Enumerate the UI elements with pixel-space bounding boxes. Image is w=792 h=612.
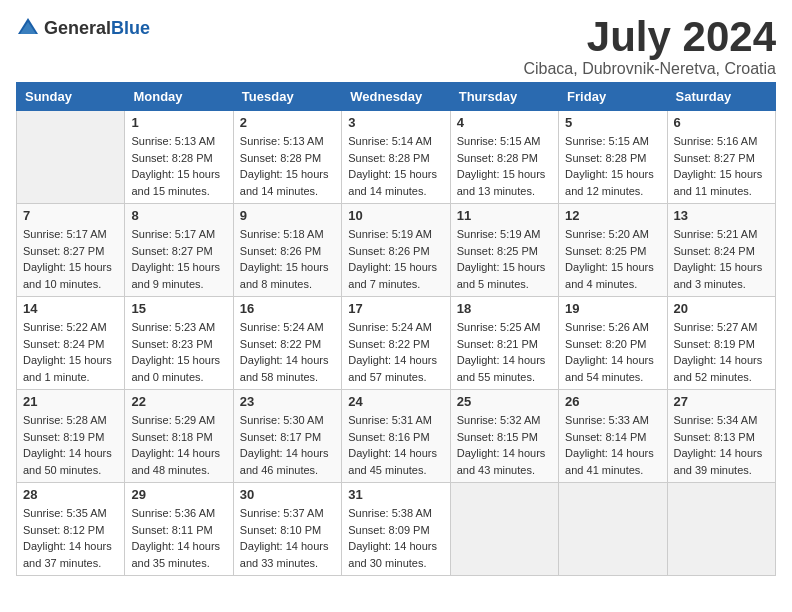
day-number: 4: [457, 115, 552, 130]
day-info: Sunrise: 5:13 AM Sunset: 8:28 PM Dayligh…: [240, 133, 335, 199]
header-cell-tuesday: Tuesday: [233, 83, 341, 111]
day-number: 5: [565, 115, 660, 130]
day-cell: 1Sunrise: 5:13 AM Sunset: 8:28 PM Daylig…: [125, 111, 233, 204]
logo-text-general: General: [44, 18, 111, 38]
day-cell: 8Sunrise: 5:17 AM Sunset: 8:27 PM Daylig…: [125, 204, 233, 297]
day-cell: [450, 483, 558, 576]
day-cell: 13Sunrise: 5:21 AM Sunset: 8:24 PM Dayli…: [667, 204, 775, 297]
day-cell: [17, 111, 125, 204]
day-info: Sunrise: 5:17 AM Sunset: 8:27 PM Dayligh…: [23, 226, 118, 292]
day-number: 11: [457, 208, 552, 223]
day-info: Sunrise: 5:15 AM Sunset: 8:28 PM Dayligh…: [565, 133, 660, 199]
logo-icon: [16, 16, 40, 40]
day-cell: 15Sunrise: 5:23 AM Sunset: 8:23 PM Dayli…: [125, 297, 233, 390]
day-info: Sunrise: 5:23 AM Sunset: 8:23 PM Dayligh…: [131, 319, 226, 385]
day-cell: 9Sunrise: 5:18 AM Sunset: 8:26 PM Daylig…: [233, 204, 341, 297]
day-cell: 22Sunrise: 5:29 AM Sunset: 8:18 PM Dayli…: [125, 390, 233, 483]
day-info: Sunrise: 5:15 AM Sunset: 8:28 PM Dayligh…: [457, 133, 552, 199]
header-cell-monday: Monday: [125, 83, 233, 111]
day-number: 17: [348, 301, 443, 316]
day-info: Sunrise: 5:20 AM Sunset: 8:25 PM Dayligh…: [565, 226, 660, 292]
day-cell: 19Sunrise: 5:26 AM Sunset: 8:20 PM Dayli…: [559, 297, 667, 390]
week-row-2: 7Sunrise: 5:17 AM Sunset: 8:27 PM Daylig…: [17, 204, 776, 297]
day-info: Sunrise: 5:33 AM Sunset: 8:14 PM Dayligh…: [565, 412, 660, 478]
day-info: Sunrise: 5:19 AM Sunset: 8:25 PM Dayligh…: [457, 226, 552, 292]
day-cell: 24Sunrise: 5:31 AM Sunset: 8:16 PM Dayli…: [342, 390, 450, 483]
day-number: 15: [131, 301, 226, 316]
day-cell: 11Sunrise: 5:19 AM Sunset: 8:25 PM Dayli…: [450, 204, 558, 297]
day-cell: 21Sunrise: 5:28 AM Sunset: 8:19 PM Dayli…: [17, 390, 125, 483]
day-info: Sunrise: 5:24 AM Sunset: 8:22 PM Dayligh…: [348, 319, 443, 385]
day-number: 9: [240, 208, 335, 223]
week-row-1: 1Sunrise: 5:13 AM Sunset: 8:28 PM Daylig…: [17, 111, 776, 204]
day-cell: 29Sunrise: 5:36 AM Sunset: 8:11 PM Dayli…: [125, 483, 233, 576]
day-number: 26: [565, 394, 660, 409]
day-number: 28: [23, 487, 118, 502]
week-row-3: 14Sunrise: 5:22 AM Sunset: 8:24 PM Dayli…: [17, 297, 776, 390]
day-number: 29: [131, 487, 226, 502]
day-number: 8: [131, 208, 226, 223]
day-cell: 18Sunrise: 5:25 AM Sunset: 8:21 PM Dayli…: [450, 297, 558, 390]
logo-text-blue: Blue: [111, 18, 150, 38]
day-cell: 4Sunrise: 5:15 AM Sunset: 8:28 PM Daylig…: [450, 111, 558, 204]
day-info: Sunrise: 5:38 AM Sunset: 8:09 PM Dayligh…: [348, 505, 443, 571]
day-info: Sunrise: 5:37 AM Sunset: 8:10 PM Dayligh…: [240, 505, 335, 571]
day-cell: 23Sunrise: 5:30 AM Sunset: 8:17 PM Dayli…: [233, 390, 341, 483]
day-info: Sunrise: 5:35 AM Sunset: 8:12 PM Dayligh…: [23, 505, 118, 571]
day-number: 27: [674, 394, 769, 409]
calendar-body: 1Sunrise: 5:13 AM Sunset: 8:28 PM Daylig…: [17, 111, 776, 576]
day-number: 18: [457, 301, 552, 316]
day-cell: 14Sunrise: 5:22 AM Sunset: 8:24 PM Dayli…: [17, 297, 125, 390]
header-cell-wednesday: Wednesday: [342, 83, 450, 111]
day-cell: 10Sunrise: 5:19 AM Sunset: 8:26 PM Dayli…: [342, 204, 450, 297]
day-cell: 12Sunrise: 5:20 AM Sunset: 8:25 PM Dayli…: [559, 204, 667, 297]
day-number: 6: [674, 115, 769, 130]
day-number: 3: [348, 115, 443, 130]
day-cell: [667, 483, 775, 576]
day-info: Sunrise: 5:36 AM Sunset: 8:11 PM Dayligh…: [131, 505, 226, 571]
title-block: July 2024 Cibaca, Dubrovnik-Neretva, Cro…: [523, 16, 776, 78]
day-info: Sunrise: 5:31 AM Sunset: 8:16 PM Dayligh…: [348, 412, 443, 478]
day-cell: 30Sunrise: 5:37 AM Sunset: 8:10 PM Dayli…: [233, 483, 341, 576]
calendar-header: SundayMondayTuesdayWednesdayThursdayFrid…: [17, 83, 776, 111]
day-info: Sunrise: 5:29 AM Sunset: 8:18 PM Dayligh…: [131, 412, 226, 478]
day-cell: 31Sunrise: 5:38 AM Sunset: 8:09 PM Dayli…: [342, 483, 450, 576]
day-number: 14: [23, 301, 118, 316]
day-number: 25: [457, 394, 552, 409]
header-row: SundayMondayTuesdayWednesdayThursdayFrid…: [17, 83, 776, 111]
day-info: Sunrise: 5:21 AM Sunset: 8:24 PM Dayligh…: [674, 226, 769, 292]
day-cell: 7Sunrise: 5:17 AM Sunset: 8:27 PM Daylig…: [17, 204, 125, 297]
week-row-4: 21Sunrise: 5:28 AM Sunset: 8:19 PM Dayli…: [17, 390, 776, 483]
day-number: 2: [240, 115, 335, 130]
day-cell: 26Sunrise: 5:33 AM Sunset: 8:14 PM Dayli…: [559, 390, 667, 483]
header-cell-sunday: Sunday: [17, 83, 125, 111]
day-info: Sunrise: 5:25 AM Sunset: 8:21 PM Dayligh…: [457, 319, 552, 385]
day-info: Sunrise: 5:32 AM Sunset: 8:15 PM Dayligh…: [457, 412, 552, 478]
day-info: Sunrise: 5:24 AM Sunset: 8:22 PM Dayligh…: [240, 319, 335, 385]
day-info: Sunrise: 5:13 AM Sunset: 8:28 PM Dayligh…: [131, 133, 226, 199]
day-info: Sunrise: 5:22 AM Sunset: 8:24 PM Dayligh…: [23, 319, 118, 385]
day-number: 23: [240, 394, 335, 409]
day-cell: 17Sunrise: 5:24 AM Sunset: 8:22 PM Dayli…: [342, 297, 450, 390]
day-number: 10: [348, 208, 443, 223]
day-cell: 25Sunrise: 5:32 AM Sunset: 8:15 PM Dayli…: [450, 390, 558, 483]
day-info: Sunrise: 5:30 AM Sunset: 8:17 PM Dayligh…: [240, 412, 335, 478]
day-cell: 3Sunrise: 5:14 AM Sunset: 8:28 PM Daylig…: [342, 111, 450, 204]
day-number: 7: [23, 208, 118, 223]
day-cell: 20Sunrise: 5:27 AM Sunset: 8:19 PM Dayli…: [667, 297, 775, 390]
title-location: Cibaca, Dubrovnik-Neretva, Croatia: [523, 60, 776, 78]
header-cell-thursday: Thursday: [450, 83, 558, 111]
day-info: Sunrise: 5:19 AM Sunset: 8:26 PM Dayligh…: [348, 226, 443, 292]
day-cell: 5Sunrise: 5:15 AM Sunset: 8:28 PM Daylig…: [559, 111, 667, 204]
day-number: 24: [348, 394, 443, 409]
day-number: 19: [565, 301, 660, 316]
day-number: 30: [240, 487, 335, 502]
week-row-5: 28Sunrise: 5:35 AM Sunset: 8:12 PM Dayli…: [17, 483, 776, 576]
day-cell: 6Sunrise: 5:16 AM Sunset: 8:27 PM Daylig…: [667, 111, 775, 204]
day-cell: 27Sunrise: 5:34 AM Sunset: 8:13 PM Dayli…: [667, 390, 775, 483]
header-cell-friday: Friday: [559, 83, 667, 111]
header-cell-saturday: Saturday: [667, 83, 775, 111]
day-info: Sunrise: 5:27 AM Sunset: 8:19 PM Dayligh…: [674, 319, 769, 385]
calendar-table: SundayMondayTuesdayWednesdayThursdayFrid…: [16, 82, 776, 576]
day-number: 16: [240, 301, 335, 316]
